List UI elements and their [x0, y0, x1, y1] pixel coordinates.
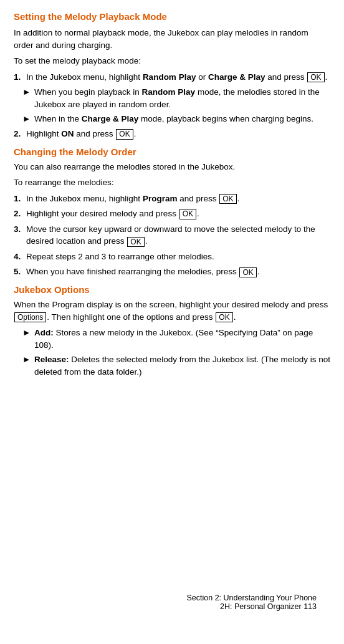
section2-intro2: To rearrange the melodies:: [14, 176, 330, 189]
ok-box-s2-3: OK: [127, 237, 144, 247]
section2-step-4-content: Repeat steps 2 and 3 to rearrange other …: [26, 251, 330, 263]
step-2-number: 2.: [14, 128, 25, 140]
section2-step-4-number: 4.: [14, 251, 25, 263]
ok-box-s3: OK: [216, 312, 232, 322]
ok-box-2: OK: [116, 129, 133, 139]
bullet-2-content: When in the Charge & Play mode, playback…: [34, 113, 330, 125]
section2-step-3-content: Move the cursor key upward or downward t…: [26, 223, 330, 248]
section3-bullet-2-content: Release: Deletes the selected melody fro…: [34, 353, 330, 378]
step-2: 2. Highlight ON and press OK.: [14, 128, 330, 140]
intro-paragraph-1: In addition to normal playback mode, the…: [14, 27, 330, 51]
section2-step-1: 1. In the Jukebox menu, highlight Progra…: [14, 193, 330, 205]
footer: Section 2: Understanding Your Phone 2H: …: [187, 594, 317, 611]
section2-step-4: 4. Repeat steps 2 and 3 to rearrange oth…: [14, 251, 330, 263]
bullet-1-content: When you begin playback in Random Play m…: [34, 86, 330, 110]
ok-box-s2-2: OK: [179, 209, 196, 219]
footer-line2: 2H: Personal Organizer 113: [187, 602, 317, 611]
section3-bullet-arrow-1: ►: [22, 327, 32, 339]
section3-title: Jukebox Options: [14, 284, 330, 295]
ok-box-s2-5: OK: [239, 267, 256, 277]
section2-step-2-content: Highlight your desired melody and press …: [26, 208, 330, 220]
step-1-number: 1.: [14, 71, 25, 84]
section2-intro1: You can also rearrange the melodies stor…: [14, 161, 330, 173]
section2-step-2-number: 2.: [14, 208, 25, 220]
ok-box-1: OK: [307, 72, 324, 82]
ok-box-s2-1: OK: [219, 194, 236, 204]
section2-step-5-number: 5.: [14, 266, 25, 278]
section2-step-3: 3. Move the cursor key upward or downwar…: [14, 223, 330, 248]
section2-step-1-content: In the Jukebox menu, highlight Program a…: [26, 193, 330, 205]
intro-paragraph-2: To set the melody playback mode:: [14, 55, 330, 67]
options-box: Options: [14, 312, 46, 322]
section2-step-5-content: When you have finished rearranging the m…: [26, 266, 330, 278]
section2-step-3-number: 3.: [14, 223, 25, 236]
section3-bullet-2: ► Release: Deletes the selected melody f…: [22, 353, 330, 378]
step-1-content: In the Jukebox menu, highlight Random Pl…: [26, 71, 330, 84]
bullet-2: ► When in the Charge & Play mode, playba…: [22, 113, 330, 125]
bullet-arrow-1: ►: [22, 86, 32, 99]
content-area: Setting the Melody Playback Mode In addi…: [14, 11, 330, 622]
section2-title: Changing the Melody Order: [14, 147, 330, 157]
section2-step-1-number: 1.: [14, 193, 25, 205]
section2-step-5: 5. When you have finished rearranging th…: [14, 266, 330, 278]
section3-bullet-1: ► Add: Stores a new melody in the Jukebo…: [22, 327, 330, 351]
bullet-1: ► When you begin playback in Random Play…: [22, 86, 330, 110]
section3-intro: When the Program display is on the scree…: [14, 299, 330, 323]
section3-bullet-1-content: Add: Stores a new melody in the Jukebox.…: [34, 327, 330, 351]
step-2-content: Highlight ON and press OK.: [26, 128, 330, 140]
section2-step-2: 2. Highlight your desired melody and pre…: [14, 208, 330, 220]
step-1: 1. In the Jukebox menu, highlight Random…: [14, 71, 330, 84]
footer-line1: Section 2: Understanding Your Phone: [187, 594, 317, 602]
section3-bullet-arrow-2: ►: [22, 353, 32, 366]
page-title: Setting the Melody Playback Mode: [14, 11, 330, 22]
bullet-arrow-2: ►: [22, 113, 32, 125]
